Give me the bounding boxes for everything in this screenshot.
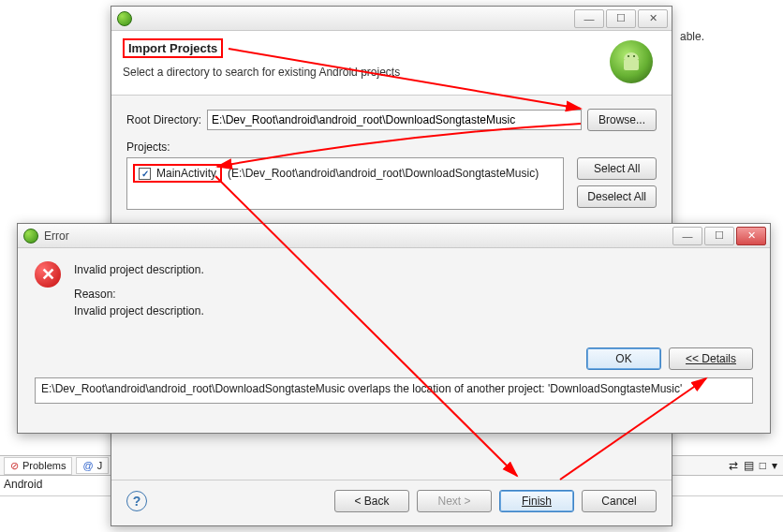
minimize-button[interactable]: —	[672, 227, 702, 245]
select-all-button[interactable]: Select All	[577, 157, 657, 180]
finish-button[interactable]: Finish	[499, 490, 574, 512]
project-name: MainActivity	[156, 167, 216, 180]
filter-icon[interactable]: ▤	[744, 459, 754, 472]
close-button[interactable]: ✕	[736, 227, 766, 245]
error-reason-label: Reason:	[74, 286, 204, 303]
details-button[interactable]: << Details	[669, 347, 753, 370]
problems-icon: ⊘	[10, 460, 19, 472]
project-checkbox[interactable]: ✓	[139, 168, 151, 180]
eclipse-icon	[23, 229, 38, 244]
error-icon: ✕	[35, 261, 61, 288]
error-titlebar[interactable]: Error — ☐ ✕	[18, 224, 770, 248]
list-item[interactable]: ✓ MainActivity (E:\Dev_Root\android\andr…	[133, 164, 557, 183]
error-heading: Invalid project description.	[74, 261, 204, 278]
projects-list[interactable]: ✓ MainActivity (E:\Dev_Root\android\andr…	[126, 157, 564, 210]
wizard-description: Select a directory to search for existin…	[123, 66, 610, 79]
root-directory-input[interactable]	[207, 110, 582, 130]
close-button[interactable]: ✕	[638, 9, 668, 28]
wizard-footer: ? < Back Next > Finish Cancel	[111, 480, 672, 516]
ok-button[interactable]: OK	[586, 347, 661, 370]
wizard-body: Root Directory: Browse... Projects: ✓ Ma…	[111, 96, 672, 227]
android-logo-icon	[610, 40, 653, 83]
maximize-button[interactable]: ☐	[606, 9, 636, 28]
root-directory-label: Root Directory:	[126, 113, 201, 126]
import-titlebar[interactable]: — ☐ ✕	[111, 7, 672, 31]
menu-icon[interactable]: ▾	[772, 459, 777, 472]
status-toolbar-icons: ⇄ ▤ □ ▾	[729, 459, 783, 472]
svg-point-1	[628, 55, 629, 57]
project-path: (E:\Dev_Root\android\android_root\Downlo…	[228, 167, 539, 180]
maximize-button[interactable]: ☐	[704, 227, 734, 245]
collapse-icon[interactable]: □	[760, 459, 766, 472]
tab-j[interactable]: @ J	[76, 457, 109, 474]
next-button: Next >	[417, 490, 492, 512]
deselect-all-button[interactable]: Deselect All	[577, 185, 657, 208]
minimize-button[interactable]: —	[574, 9, 604, 28]
error-body: ✕ Invalid project description. Reason: I…	[18, 248, 770, 413]
help-icon[interactable]: ?	[126, 491, 147, 511]
back-button[interactable]: < Back	[334, 490, 409, 512]
browse-button[interactable]: Browse...	[587, 109, 657, 131]
at-icon: @	[82, 460, 93, 471]
tab-problems[interactable]: ⊘ Problems	[4, 457, 72, 475]
wizard-title: Import Projects	[123, 38, 223, 58]
error-window-title: Error	[44, 229, 69, 243]
background-text-fragment: able.	[674, 30, 783, 43]
svg-rect-0	[624, 59, 639, 70]
cancel-button[interactable]: Cancel	[582, 490, 657, 512]
link-icon[interactable]: ⇄	[729, 459, 738, 472]
wizard-header: Import Projects Select a directory to se…	[111, 31, 672, 96]
error-dialog: Error — ☐ ✕ ✕ Invalid project descriptio…	[17, 223, 771, 434]
tab-j-label: J	[97, 460, 103, 471]
error-details-box[interactable]: E:\Dev_Root\android\android_root\Downloa…	[35, 377, 753, 404]
svg-point-2	[633, 55, 635, 57]
eclipse-icon	[117, 11, 132, 26]
error-reason-text: Invalid project description.	[74, 303, 204, 319]
projects-label: Projects:	[126, 140, 657, 154]
tab-problems-label: Problems	[22, 460, 66, 471]
